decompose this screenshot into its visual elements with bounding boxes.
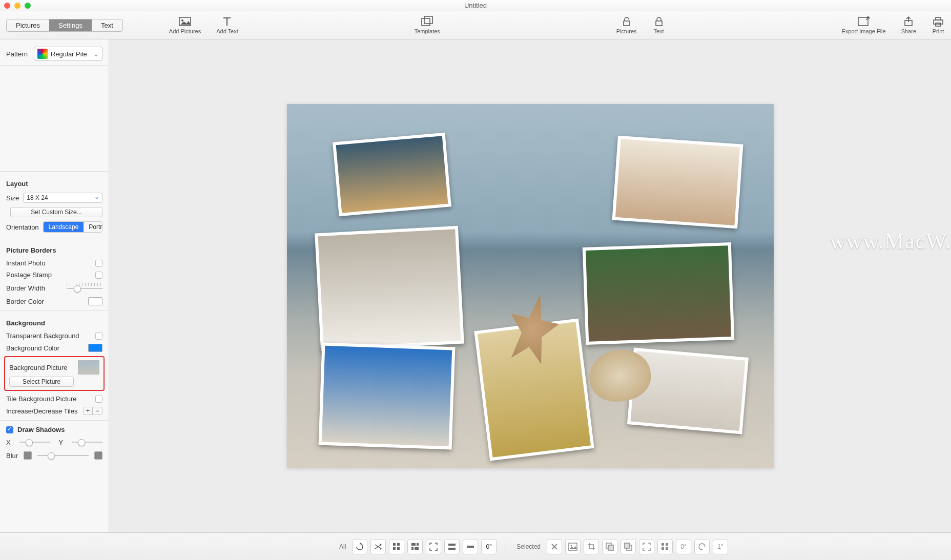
instant-photo-label: Instant Photo [6, 259, 46, 267]
window-controls [4, 3, 31, 9]
rotate-one-button[interactable]: 1° [713, 539, 728, 554]
size-select[interactable]: 18 X 24 [23, 193, 102, 203]
landscape-button[interactable]: Landscape [44, 222, 84, 232]
bottombar: All 0° Selected 0° 1° [0, 532, 951, 560]
pattern-select[interactable]: Regular Pile ⌄ [34, 47, 102, 61]
svg-rect-25 [608, 545, 613, 550]
share-button[interactable]: Share [901, 16, 916, 34]
all-label: All [339, 543, 346, 550]
close-icon[interactable] [4, 3, 10, 9]
svg-rect-19 [448, 544, 456, 546]
rotate-zero-button[interactable]: 0° [481, 539, 497, 554]
border-color-label: Border Color [6, 298, 44, 305]
instant-photo-checkbox[interactable] [95, 260, 102, 267]
export-label: Export Image File [841, 28, 885, 34]
add-text-label: Add Text [216, 28, 238, 34]
image-button[interactable] [565, 539, 581, 554]
bg-picture-thumb[interactable] [78, 360, 99, 375]
lock-pictures-label: Pictures [616, 28, 637, 34]
grid-large-button[interactable] [407, 539, 423, 554]
svg-rect-21 [467, 546, 474, 548]
add-pictures-button[interactable]: Add Pictures [169, 16, 201, 34]
collage-photo[interactable] [318, 343, 455, 450]
tab-text[interactable]: Text [92, 19, 122, 31]
shadow-x-label: X [6, 439, 11, 446]
fit-selected-button[interactable] [639, 539, 654, 554]
settings-sidebar: Pattern Regular Pile ⌄ Layout Size 18 X … [0, 39, 109, 532]
shadow-y-label: Y [58, 439, 63, 446]
printer-icon [932, 16, 945, 27]
shadow-x-slider[interactable] [19, 438, 50, 447]
border-width-slider[interactable] [67, 284, 102, 293]
templates-button[interactable]: Templates [415, 16, 440, 34]
add-text-button[interactable]: Add Text [216, 16, 238, 34]
svg-rect-10 [936, 23, 941, 26]
portrait-button[interactable]: Portrait [84, 222, 102, 232]
fit-button[interactable] [426, 539, 441, 554]
maximize-icon[interactable] [25, 3, 31, 9]
selected-label: Selected [516, 543, 541, 550]
shuffle-button[interactable] [370, 539, 386, 554]
svg-point-1 [181, 19, 183, 22]
tab-pictures[interactable]: Pictures [7, 19, 49, 31]
collage-photo[interactable] [612, 136, 743, 229]
minimize-icon[interactable] [14, 3, 20, 9]
export-icon [857, 16, 871, 27]
rotate-zero-sel-button[interactable]: 0° [676, 539, 691, 554]
lock-text-button[interactable]: Text [652, 16, 666, 34]
bring-front-button[interactable] [621, 539, 636, 554]
refresh-button[interactable] [352, 539, 367, 554]
crop-button[interactable] [584, 539, 599, 554]
collage-canvas[interactable] [287, 104, 774, 468]
delete-button[interactable] [547, 539, 562, 554]
send-back-button[interactable] [602, 539, 617, 554]
svg-rect-15 [411, 543, 416, 546]
watermark-text: www.MacW.com [830, 229, 951, 254]
svg-rect-4 [624, 21, 630, 26]
main-area: Pattern Regular Pile ⌄ Layout Size 18 X … [0, 39, 951, 532]
transparent-bg-checkbox[interactable] [95, 333, 102, 340]
orientation-segment: Landscape Portrait [43, 221, 102, 233]
lock-text-label: Text [653, 28, 664, 34]
bg-color-well[interactable] [88, 344, 102, 352]
collage-photo[interactable] [582, 242, 734, 345]
postage-stamp-checkbox[interactable] [95, 272, 102, 279]
tile-bg-checkbox[interactable] [95, 396, 102, 403]
shadow-blur-label: Blur [6, 452, 18, 460]
shadow-blur-slider[interactable] [37, 451, 89, 460]
grid-small-button[interactable] [389, 539, 404, 554]
svg-rect-28 [661, 543, 664, 546]
lock-open-icon [620, 16, 633, 27]
lock-pictures-button[interactable]: Pictures [616, 16, 637, 34]
export-image-button[interactable]: Export Image File [841, 16, 885, 34]
tab-settings[interactable]: Settings [49, 19, 92, 31]
custom-size-button[interactable]: Set Custom Size... [10, 207, 102, 217]
svg-rect-3 [424, 16, 432, 24]
svg-rect-13 [393, 547, 396, 550]
draw-shadows-checkbox[interactable] [6, 426, 13, 433]
text-icon [220, 16, 234, 27]
share-icon [902, 16, 915, 27]
templates-icon [421, 16, 434, 27]
border-color-well[interactable] [88, 297, 102, 305]
align-single-button[interactable] [463, 539, 478, 554]
layout-heading: Layout [0, 175, 109, 191]
svg-point-23 [571, 545, 572, 546]
shadow-color-well-2[interactable] [94, 451, 102, 460]
share-label: Share [901, 28, 916, 34]
pattern-icon [37, 49, 48, 59]
select-picture-button[interactable]: Select Picture [9, 377, 74, 387]
shadow-color-well[interactable] [24, 451, 32, 460]
pattern-preview [0, 66, 109, 168]
collage-photo[interactable] [333, 133, 451, 217]
collage-photo[interactable] [315, 226, 464, 351]
shadow-y-slider[interactable] [72, 438, 102, 447]
align-rows-button[interactable] [444, 539, 460, 554]
rotate-ccw-button[interactable] [694, 539, 710, 554]
tiles-stepper[interactable]: +− [83, 407, 102, 415]
bg-picture-highlight: Background Picture Select Picture [4, 356, 105, 391]
background-heading: Background [0, 314, 109, 330]
print-button[interactable]: Print [932, 16, 945, 34]
postage-stamp-label: Postage Stamp [6, 271, 52, 279]
grid-snap-button[interactable] [657, 539, 673, 554]
